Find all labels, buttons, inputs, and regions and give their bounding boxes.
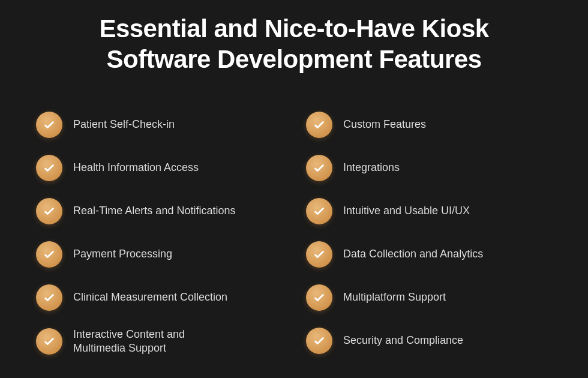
check-icon-real-time-alerts — [36, 198, 62, 224]
check-icon-intuitive-ux — [306, 198, 332, 224]
check-icon-custom-features — [306, 112, 332, 138]
check-icon-security-compliance — [306, 328, 332, 354]
check-icon-payment-processing — [36, 241, 62, 268]
main-container: Essential and Nice-to-Have Kiosk Softwar… — [24, 0, 564, 378]
features-grid: Patient Self-Check-in Health Information… — [36, 103, 552, 364]
feature-label-clinical-measurement: Clinical Measurement Collection — [73, 290, 227, 304]
feature-label-health-information-access: Health Information Access — [73, 161, 199, 175]
feature-item-intuitive-ux: Intuitive and Usable UI/UX — [306, 190, 552, 233]
feature-label-payment-processing: Payment Processing — [73, 247, 172, 261]
features-left-column: Patient Self-Check-in Health Information… — [36, 103, 282, 364]
feature-item-integrations: Integrations — [306, 146, 552, 190]
feature-label-interactive-content: Interactive Content and Multimedia Suppo… — [73, 328, 185, 356]
feature-label-intuitive-ux: Intuitive and Usable UI/UX — [343, 204, 470, 218]
check-icon-integrations — [306, 155, 332, 181]
check-icon-data-collection — [306, 241, 332, 268]
feature-item-payment-processing: Payment Processing — [36, 233, 282, 276]
feature-item-health-information-access: Health Information Access — [36, 146, 282, 190]
feature-item-clinical-measurement: Clinical Measurement Collection — [36, 276, 282, 319]
feature-label-patient-self-checkin: Patient Self-Check-in — [73, 118, 175, 131]
page-title: Essential and Nice-to-Have Kiosk Softwar… — [36, 14, 552, 74]
check-icon-health-information-access — [36, 155, 62, 181]
feature-item-security-compliance: Security and Compliance — [306, 319, 552, 362]
feature-label-integrations: Integrations — [343, 161, 400, 175]
check-icon-patient-self-checkin — [36, 112, 62, 138]
check-icon-multiplatform-support — [306, 284, 332, 311]
feature-item-multiplatform-support: Multiplatform Support — [306, 276, 552, 319]
feature-label-multiplatform-support: Multiplatform Support — [343, 290, 446, 304]
feature-item-patient-self-checkin: Patient Self-Check-in — [36, 103, 282, 146]
feature-label-data-collection: Data Collection and Analytics — [343, 247, 483, 261]
feature-item-custom-features: Custom Features — [306, 103, 552, 146]
check-icon-clinical-measurement — [36, 284, 62, 311]
feature-item-real-time-alerts: Real-Time Alerts and Notifications — [36, 190, 282, 233]
feature-item-interactive-content: Interactive Content and Multimedia Suppo… — [36, 319, 282, 364]
feature-label-custom-features: Custom Features — [343, 118, 426, 131]
check-icon-interactive-content — [36, 328, 62, 355]
feature-item-data-collection: Data Collection and Analytics — [306, 233, 552, 276]
features-right-column: Custom Features Integrations Intuitive a… — [306, 103, 552, 364]
feature-label-security-compliance: Security and Compliance — [343, 334, 463, 347]
feature-label-real-time-alerts: Real-Time Alerts and Notifications — [73, 204, 235, 218]
